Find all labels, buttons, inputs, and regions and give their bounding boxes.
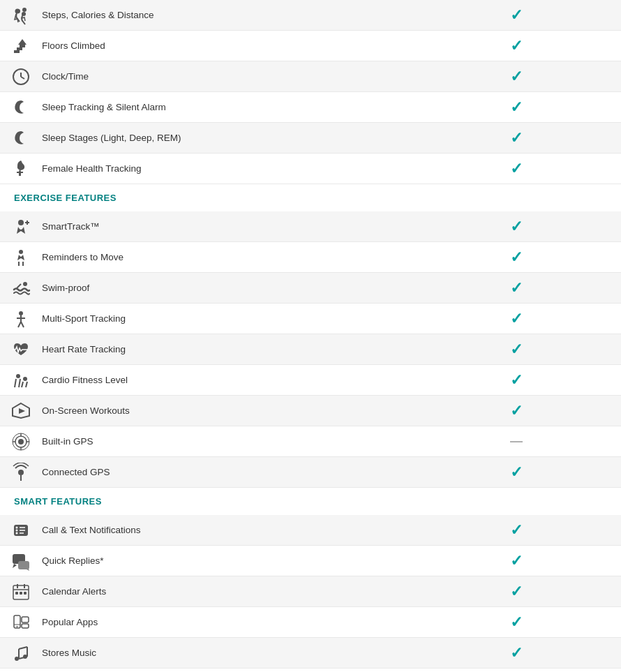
svg-marker-7: [18, 39, 27, 45]
feature-icon-on-screen-workouts: [0, 397, 42, 425]
checkmark-icon-stores-music: ✓: [510, 644, 523, 662]
svg-line-10: [21, 77, 24, 79]
feature-check-on-screen-workouts: ✓: [412, 402, 621, 420]
svg-rect-53: [24, 592, 27, 595]
feature-label-floors: Floors Climbed: [42, 36, 412, 55]
feature-check-heart-rate: ✓: [412, 341, 621, 359]
feature-label-calendar: Calendar Alerts: [42, 582, 412, 601]
svg-point-17: [23, 282, 27, 286]
svg-point-18: [19, 311, 23, 315]
feature-row-steps: Steps, Calories & Distance✓: [0, 0, 621, 31]
svg-point-23: [16, 374, 20, 378]
feature-label-multi-sport: Multi-Sport Tracking: [42, 309, 412, 328]
feature-label-popular-apps: Popular Apps: [42, 613, 412, 632]
svg-point-27: [18, 439, 24, 445]
feature-label-female-health: Female Health Tracking: [42, 159, 412, 178]
svg-line-21: [18, 322, 21, 327]
checkmark-icon-floors: ✓: [510, 37, 523, 55]
feature-label-sleep-tracking: Sleep Tracking & Silent Alarm: [42, 98, 412, 117]
feature-label-sleep-stages: Sleep Stages (Light, Deep, REM): [42, 128, 412, 147]
svg-line-64: [19, 647, 27, 649]
svg-point-3: [22, 8, 27, 12]
checkmark-icon-female-health: ✓: [510, 160, 523, 178]
checkmark-icon-swim: ✓: [510, 279, 523, 297]
feature-row-cardio-fitness: Cardio Fitness Level✓: [0, 365, 621, 396]
feature-label-smarttrack: SmartTrack™: [42, 217, 412, 236]
feature-row-floors: Floors Climbed✓: [0, 31, 621, 61]
feature-icon-heart-rate: [0, 336, 42, 364]
feature-row-calendar: Calendar Alerts✓: [0, 576, 621, 607]
feature-icon-stores-music: [0, 639, 42, 667]
feature-icon-multi-sport: [0, 305, 42, 333]
feature-row-reminders: Reminders to Move✓: [0, 242, 621, 273]
feature-row-swim: Swim-proof✓: [0, 273, 621, 304]
feature-icon-smarttrack: [0, 213, 42, 241]
checkmark-icon-reminders: ✓: [510, 248, 523, 267]
feature-row-builtin-gps: Built-in GPS—: [0, 426, 621, 457]
feature-row-heart-rate: Heart Rate Tracking✓: [0, 334, 621, 365]
feature-row-sleep-tracking: Sleep Tracking & Silent Alarm✓: [0, 92, 621, 123]
checkmark-icon-on-screen-workouts: ✓: [510, 402, 523, 420]
feature-icon-popular-apps: [0, 608, 42, 636]
svg-line-22: [21, 322, 24, 327]
feature-row-payments: Makes Payments✓: [0, 669, 621, 672]
svg-point-24: [23, 377, 27, 381]
feature-label-builtin-gps: Built-in GPS: [42, 432, 412, 451]
feature-label-swim: Swim-proof: [42, 278, 412, 297]
svg-point-2: [15, 8, 20, 13]
feature-check-popular-apps: ✓: [412, 613, 621, 632]
checkmark-icon-sleep-tracking: ✓: [510, 98, 523, 117]
feature-row-connected-gps: Connected GPS✓: [0, 457, 621, 488]
feature-icon-connected-gps: [0, 458, 42, 486]
feature-check-reminders: ✓: [412, 248, 621, 267]
feature-row-smarttrack: SmartTrack™✓: [0, 211, 621, 242]
feature-label-reminders: Reminders to Move: [42, 248, 412, 267]
feature-label-quick-replies: Quick Replies*: [42, 551, 412, 570]
feature-check-cardio-fitness: ✓: [412, 371, 621, 389]
feature-icon-builtin-gps: [0, 428, 42, 456]
feature-check-female-health: ✓: [412, 160, 621, 178]
svg-rect-4: [14, 50, 20, 53]
checkmark-icon-sleep-stages: ✓: [510, 129, 523, 147]
feature-check-steps: ✓: [412, 6, 621, 24]
checkmark-icon-smarttrack: ✓: [510, 218, 523, 236]
feature-label-call-text: Call & Text Notifications: [42, 521, 412, 539]
checkmark-icon-call-text: ✓: [510, 521, 523, 539]
svg-rect-57: [22, 617, 29, 622]
feature-icon-payments: [0, 670, 42, 673]
feature-check-call-text: ✓: [412, 521, 621, 539]
feature-check-clock: ✓: [412, 68, 621, 86]
feature-icon-steps: [0, 1, 42, 29]
feature-check-builtin-gps: —: [412, 434, 621, 449]
svg-point-39: [16, 532, 18, 534]
feature-row-stores-music: Stores Music✓: [0, 638, 621, 669]
feature-label-on-screen-workouts: On-Screen Workouts: [42, 401, 412, 420]
feature-check-multi-sport: ✓: [412, 310, 621, 328]
feature-row-quick-replies: Quick Replies*✓: [0, 546, 621, 576]
feature-icon-clock: [0, 63, 42, 91]
feature-icon-call-text: [0, 516, 42, 544]
feature-icon-floors: [0, 32, 42, 60]
feature-row-female-health: Female Health Tracking✓: [0, 154, 621, 184]
feature-label-steps: Steps, Calories & Distance: [42, 6, 412, 24]
checkmark-icon-clock: ✓: [510, 68, 523, 86]
feature-icon-female-health: [0, 155, 42, 183]
svg-marker-44: [13, 564, 17, 568]
feature-check-floors: ✓: [412, 37, 621, 55]
dash-icon-builtin-gps: —: [510, 434, 523, 449]
svg-point-38: [16, 529, 18, 531]
feature-row-clock: Clock/Time✓: [0, 61, 621, 92]
feature-icon-sleep-tracking: [0, 94, 42, 121]
feature-icon-swim: [0, 274, 42, 302]
feature-icon-quick-replies: [0, 547, 42, 575]
svg-rect-6: [20, 45, 25, 47]
svg-point-37: [16, 526, 18, 528]
feature-row-multi-sport: Multi-Sport Tracking✓: [0, 304, 621, 334]
checkmark-icon-calendar: ✓: [510, 583, 523, 601]
svg-marker-26: [19, 408, 25, 414]
feature-icon-reminders: [0, 244, 42, 271]
feature-label-heart-rate: Heart Rate Tracking: [42, 340, 412, 359]
feature-check-stores-music: ✓: [412, 644, 621, 662]
svg-point-34: [18, 470, 24, 475]
feature-icon-sleep-stages: [0, 124, 42, 152]
